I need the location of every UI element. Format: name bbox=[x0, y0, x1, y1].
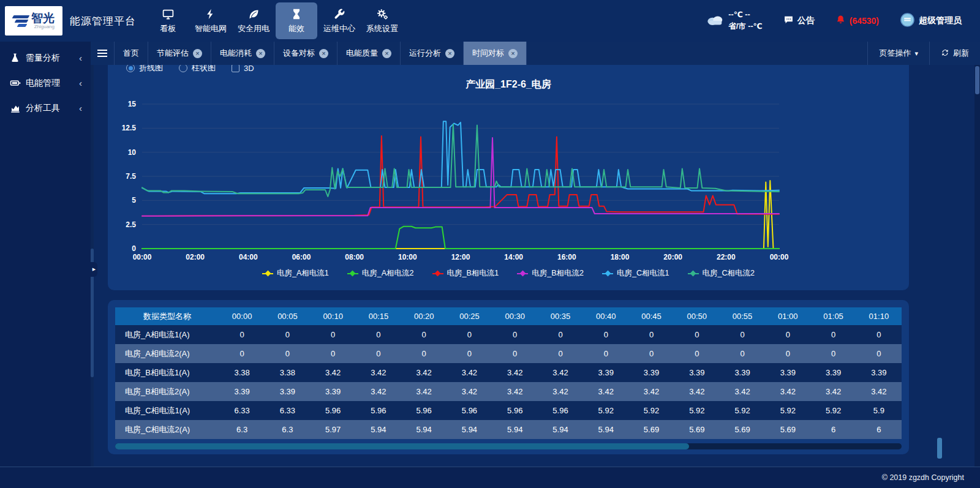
checkbox-icon[interactable] bbox=[232, 65, 239, 72]
legend-item[interactable]: 电房_B相电流1 bbox=[432, 268, 499, 279]
tab-label: 首页 bbox=[123, 48, 139, 59]
legend-marker-icon bbox=[432, 271, 443, 277]
chart-panel: 折线图柱状图3D 产业园_1F2-6_电房 02.557.51012.51500… bbox=[108, 65, 909, 290]
nav-item-monitor[interactable]: 看板 bbox=[147, 2, 189, 39]
sidebar-item-chart[interactable]: 分析工具‹ bbox=[0, 96, 91, 121]
table-cell: 0 bbox=[492, 325, 538, 344]
flask-icon bbox=[10, 53, 21, 64]
table-cell: 0 bbox=[311, 344, 356, 363]
radio-icon[interactable] bbox=[179, 65, 187, 72]
table-cell: 3.39 bbox=[856, 363, 902, 382]
nav-item-gears[interactable]: 系统设置 bbox=[361, 2, 403, 39]
speech-bubble-icon bbox=[783, 15, 794, 27]
nav-item-label: 能效 bbox=[288, 23, 304, 34]
tab-close-icon[interactable]: × bbox=[445, 49, 454, 58]
tab-label: 节能评估 bbox=[157, 48, 189, 59]
tab-4[interactable]: 电能质量× bbox=[337, 42, 401, 65]
table-cell: 5.96 bbox=[492, 401, 538, 420]
column-header-time: 01:10 bbox=[856, 307, 902, 325]
refresh-button[interactable]: 刷新 bbox=[929, 42, 980, 65]
svg-text:5: 5 bbox=[132, 196, 136, 205]
sidebar-item-flask[interactable]: 需量分析‹ bbox=[0, 45, 91, 70]
tab-close-icon[interactable]: × bbox=[256, 49, 265, 58]
user-menu[interactable]: 超级管理员 bbox=[900, 12, 962, 29]
table-cell: 6 bbox=[856, 420, 902, 439]
chart-icon bbox=[10, 103, 21, 114]
legend-item[interactable]: 电房_C相电流2 bbox=[688, 268, 755, 279]
tab-close-icon[interactable]: × bbox=[319, 49, 328, 58]
app-root: 智光 Zhiguang 能源管理平台 看板智能电网安全用电能效运维中心系统设置 … bbox=[0, 0, 980, 488]
table-cell: 5.92 bbox=[674, 401, 720, 420]
table-cell: 3.42 bbox=[401, 382, 447, 401]
tab-operations-button[interactable]: 页签操作 ▾ bbox=[867, 42, 929, 65]
radio-icon[interactable] bbox=[126, 65, 135, 72]
table-cell: 0 bbox=[401, 344, 447, 363]
row-name: 电房_A相电流2(A) bbox=[115, 344, 219, 363]
table-cell: 5.92 bbox=[583, 401, 628, 420]
nav-item-leaf[interactable]: 安全用电 bbox=[233, 2, 274, 39]
table-cell: 5.96 bbox=[311, 401, 356, 420]
page-scrollbar-thumb[interactable] bbox=[975, 66, 979, 94]
table-cell: 6.33 bbox=[265, 401, 310, 420]
tab-3[interactable]: 设备对标× bbox=[274, 42, 337, 65]
tab-0[interactable]: 首页 bbox=[115, 42, 148, 65]
table-cell: 3.39 bbox=[583, 363, 628, 382]
main-nav: 看板智能电网安全用电能效运维中心系统设置 bbox=[147, 2, 403, 39]
control-label: 折线图 bbox=[139, 65, 163, 73]
sidebar-collapse-arrow[interactable]: ▶ bbox=[91, 262, 97, 277]
table-cell: 0 bbox=[265, 325, 310, 344]
chart-type-controls: 折线图柱状图3D bbox=[126, 65, 254, 73]
table-cell: 3.42 bbox=[492, 382, 538, 401]
tab-1[interactable]: 节能评估× bbox=[148, 42, 211, 65]
tab-close-icon[interactable]: × bbox=[382, 49, 391, 58]
brand-logo[interactable]: 智光 Zhiguang bbox=[5, 6, 62, 36]
alarm-button[interactable]: (64530) bbox=[835, 15, 879, 27]
row-name: 电房_A相电流1(A) bbox=[115, 325, 219, 344]
radio-1[interactable]: 柱状图 bbox=[179, 65, 216, 73]
legend-item[interactable]: 电房_A相电流1 bbox=[262, 268, 329, 279]
table-scrollbar-thumb[interactable] bbox=[115, 443, 689, 449]
legend-item[interactable]: 电房_C相电流1 bbox=[602, 268, 669, 279]
column-header-time: 00:30 bbox=[492, 307, 538, 325]
table-cell: 3.42 bbox=[447, 363, 492, 382]
svg-text:0: 0 bbox=[132, 244, 136, 253]
svg-text:02:00: 02:00 bbox=[186, 253, 205, 261]
column-header-time: 00:40 bbox=[583, 307, 628, 325]
nav-item-label: 看板 bbox=[160, 23, 176, 34]
cloud-icon bbox=[706, 13, 725, 29]
menu-toggle-button[interactable] bbox=[91, 42, 115, 65]
table-row: 电房_A相电流2(A)000000000000000 bbox=[115, 344, 902, 363]
tab-close-icon[interactable]: × bbox=[193, 49, 202, 58]
table-cell: 3.42 bbox=[674, 382, 720, 401]
nav-item-hourglass[interactable]: 能效 bbox=[276, 2, 317, 39]
nav-item-wrench[interactable]: 运维中心 bbox=[318, 2, 360, 39]
svg-text:22:00: 22:00 bbox=[717, 253, 736, 261]
page-vertical-scrollbar[interactable] bbox=[974, 65, 980, 467]
tab-close-icon[interactable]: × bbox=[508, 49, 518, 58]
series-line bbox=[142, 121, 779, 193]
table-cell: 0 bbox=[265, 344, 310, 363]
tab-6[interactable]: 时间对标× bbox=[464, 42, 527, 65]
radio-0[interactable]: 折线图 bbox=[126, 65, 163, 73]
nav-item-label: 运维中心 bbox=[323, 23, 355, 34]
legend-item[interactable]: 电房_B相电流2 bbox=[517, 268, 584, 279]
sidebar-item-battery[interactable]: 电能管理‹ bbox=[0, 70, 91, 96]
tab-2[interactable]: 电能消耗× bbox=[211, 42, 274, 65]
checkbox-2[interactable]: 3D bbox=[232, 65, 254, 73]
wrench-icon bbox=[333, 7, 345, 21]
content-scrollbar-thumb[interactable] bbox=[937, 438, 942, 459]
table-cell: 3.42 bbox=[538, 382, 583, 401]
svg-text:16:00: 16:00 bbox=[557, 253, 576, 261]
control-label: 3D bbox=[244, 65, 254, 73]
table-cell: 6.33 bbox=[219, 401, 265, 420]
tab-5[interactable]: 运行分析× bbox=[401, 42, 464, 65]
gears-icon bbox=[376, 7, 389, 21]
table-cell: 0 bbox=[447, 325, 492, 344]
legend-item[interactable]: 电房_A相电流2 bbox=[347, 268, 414, 279]
legend-marker-icon bbox=[517, 271, 528, 277]
column-header-time: 00:20 bbox=[401, 307, 447, 325]
notice-button[interactable]: 公告 bbox=[783, 15, 815, 27]
table-horizontal-scrollbar[interactable] bbox=[115, 443, 902, 449]
nav-item-bolt[interactable]: 智能电网 bbox=[190, 2, 232, 39]
table-cell: 3.42 bbox=[720, 382, 765, 401]
